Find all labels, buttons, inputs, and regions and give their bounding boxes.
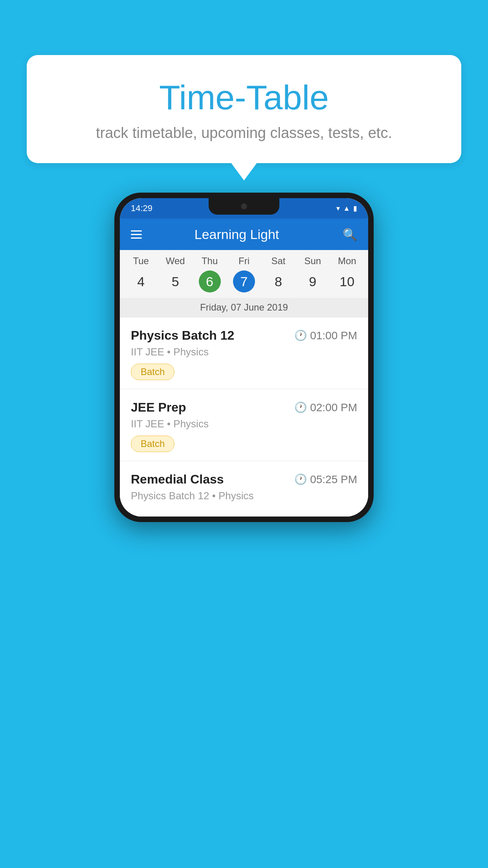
schedule-list: Physics Batch 12 🕐 01:00 PM IIT JEE • Ph… <box>120 317 368 517</box>
day-mon: Mon <box>330 256 364 267</box>
item-2-header: JEE Prep 🕐 02:00 PM <box>131 400 357 415</box>
phone-mockup: 14:29 ▾ ▲ ▮ Learning Light 🔍 Tue <box>114 193 374 522</box>
wifi-icon: ▾ <box>336 204 340 213</box>
search-button[interactable]: 🔍 <box>343 228 357 241</box>
phone-frame: 14:29 ▾ ▲ ▮ Learning Light 🔍 Tue <box>114 193 374 522</box>
item-1-time: 🕐 01:00 PM <box>294 329 357 342</box>
item-3-time-value: 05:25 PM <box>310 473 357 486</box>
camera-icon <box>240 203 248 210</box>
item-2-sub: IIT JEE • Physics <box>131 418 357 430</box>
schedule-item-3[interactable]: Remedial Class 🕐 05:25 PM Physics Batch … <box>120 461 368 517</box>
date-4[interactable]: 4 <box>124 274 158 289</box>
item-1-header: Physics Batch 12 🕐 01:00 PM <box>131 328 357 343</box>
selected-date: Friday, 07 June 2019 <box>120 298 368 317</box>
item-3-header: Remedial Class 🕐 05:25 PM <box>131 472 357 487</box>
date-6-container[interactable]: 6 <box>193 270 227 292</box>
bubble-subtitle: track timetable, upcoming classes, tests… <box>54 125 434 142</box>
bubble-title: Time-Table <box>54 79 434 117</box>
item-1-time-value: 01:00 PM <box>310 329 357 342</box>
date-8[interactable]: 8 <box>261 274 295 289</box>
phone-screen: 14:29 ▾ ▲ ▮ Learning Light 🔍 Tue <box>120 198 368 517</box>
battery-icon: ▮ <box>353 204 357 213</box>
date-9[interactable]: 9 <box>295 274 330 289</box>
calendar-days-header: Tue Wed Thu Fri Sat Sun Mon <box>120 250 368 269</box>
date-5[interactable]: 5 <box>158 274 192 289</box>
app-title: Learning Light <box>131 227 343 242</box>
speech-bubble: Time-Table track timetable, upcoming cla… <box>27 55 461 163</box>
calendar-section: Tue Wed Thu Fri Sat Sun Mon 4 5 6 7 <box>120 250 368 317</box>
item-2-title: JEE Prep <box>131 400 186 415</box>
schedule-item-2[interactable]: JEE Prep 🕐 02:00 PM IIT JEE • Physics Ba… <box>120 389 368 461</box>
schedule-item-1[interactable]: Physics Batch 12 🕐 01:00 PM IIT JEE • Ph… <box>120 317 368 389</box>
date-7-container[interactable]: 7 <box>227 270 261 292</box>
item-2-time: 🕐 02:00 PM <box>294 401 357 414</box>
item-1-sub: IIT JEE • Physics <box>131 346 357 358</box>
speech-bubble-section: Time-Table track timetable, upcoming cla… <box>27 55 461 163</box>
day-sun: Sun <box>295 256 330 267</box>
clock-icon-1: 🕐 <box>294 329 307 342</box>
item-3-title: Remedial Class <box>131 472 224 487</box>
date-7[interactable]: 7 <box>233 270 255 292</box>
day-thu: Thu <box>193 256 227 267</box>
date-10[interactable]: 10 <box>330 274 364 289</box>
day-sat: Sat <box>261 256 295 267</box>
date-6[interactable]: 6 <box>199 270 221 292</box>
clock-icon-3: 🕐 <box>294 473 307 485</box>
clock-icon-2: 🕐 <box>294 401 307 414</box>
day-fri: Fri <box>227 256 261 267</box>
item-1-title: Physics Batch 12 <box>131 328 234 343</box>
calendar-dates: 4 5 6 7 8 9 10 <box>120 269 368 298</box>
item-1-tag: Batch <box>131 364 174 380</box>
item-3-sub: Physics Batch 12 • Physics <box>131 490 357 502</box>
signal-icon: ▲ <box>343 204 350 213</box>
day-tue: Tue <box>124 256 158 267</box>
item-2-tag: Batch <box>131 436 174 452</box>
item-3-time: 🕐 05:25 PM <box>294 473 357 486</box>
status-time: 14:29 <box>131 203 152 213</box>
phone-notch <box>209 198 279 215</box>
item-2-time-value: 02:00 PM <box>310 401 357 414</box>
day-wed: Wed <box>158 256 192 267</box>
status-icons: ▾ ▲ ▮ <box>336 204 357 213</box>
app-bar: Learning Light 🔍 <box>120 219 368 250</box>
